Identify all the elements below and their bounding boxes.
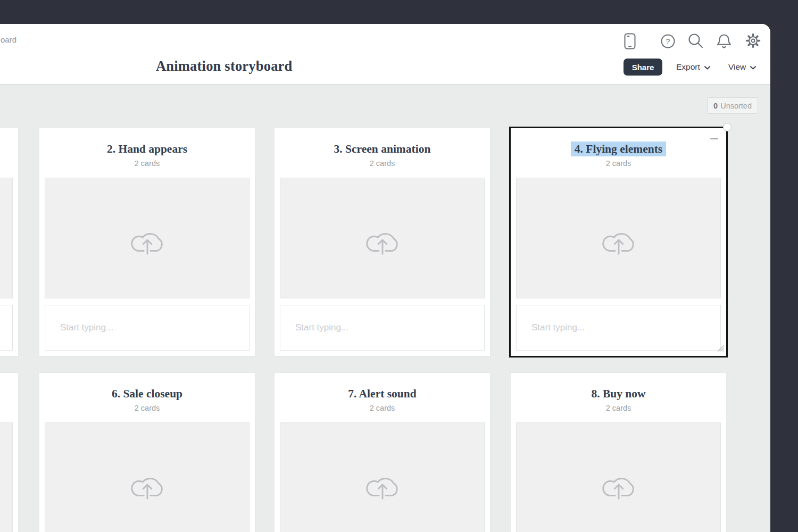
upload-drop-area[interactable]: [516, 178, 721, 298]
card-alert-sound[interactable]: 7. Alert sound 2 cards Start typing...: [275, 373, 490, 532]
resize-grip-icon[interactable]: [716, 344, 725, 354]
collapse-icon[interactable]: [710, 138, 718, 139]
card-title[interactable]: 3. Screen animation: [275, 142, 490, 156]
text-placeholder: Start typing...: [517, 322, 585, 333]
chevron-down-icon: [704, 62, 710, 72]
card-text-input[interactable]: Start typing...: [45, 305, 250, 351]
upload-cloud-icon: [597, 466, 641, 501]
card-count: 2 cards: [511, 159, 726, 168]
app-bar: oard Animation storyboard 12 ?: [0, 24, 770, 84]
card-count: 2 cards: [275, 159, 490, 168]
card-count: 2 cards: [275, 404, 490, 412]
chevron-down-icon: [750, 62, 756, 72]
unsorted-label: Unsorted: [720, 102, 752, 110]
selected-title-highlight: 4. Flying elements: [571, 142, 666, 156]
upload-drop-area[interactable]: [45, 178, 250, 298]
text-placeholder: Start typing...: [45, 322, 113, 333]
selection-corner-handle[interactable]: [723, 123, 732, 131]
view-label: View: [728, 62, 746, 72]
upload-drop-area[interactable]: [0, 178, 13, 298]
phone-icon[interactable]: [624, 33, 636, 49]
card-text-input[interactable]: Start typing...: [516, 305, 721, 351]
svg-text:?: ?: [666, 37, 670, 46]
upload-cloud-icon: [126, 221, 169, 256]
card-text-input[interactable]: [0, 305, 13, 351]
unsorted-badge[interactable]: 0 Unsorted: [707, 97, 758, 114]
upload-drop-area[interactable]: [280, 422, 485, 532]
gear-icon[interactable]: [745, 32, 761, 49]
card-hand-appears[interactable]: 2. Hand appears 2 cards Start typing...: [39, 128, 255, 356]
app-window: oard Animation storyboard 12 ?: [0, 24, 770, 532]
card-count: 2 cards: [39, 404, 255, 412]
upload-drop-area[interactable]: [45, 422, 250, 532]
card-buy-now[interactable]: 8. Buy now 2 cards Start typing...: [511, 373, 726, 532]
upload-cloud-icon: [126, 466, 169, 501]
card-sale-closeup[interactable]: 6. Sale closeup 2 cards Start typing...: [39, 373, 255, 532]
upload-drop-area[interactable]: [280, 178, 485, 298]
view-menu-button[interactable]: View: [728, 59, 756, 76]
bell-icon[interactable]: [717, 33, 732, 49]
breadcrumb[interactable]: oard: [1, 35, 16, 44]
card-title[interactable]: 7. Alert sound: [275, 387, 490, 401]
upload-cloud-icon: [361, 466, 404, 501]
upload-drop-area[interactable]: [516, 422, 721, 532]
search-icon[interactable]: [688, 33, 704, 49]
board-canvas[interactable]: 0 Unsorted 2. Hand appears 2 cards: [0, 84, 770, 532]
card-title[interactable]: 6. Sale closeup: [39, 387, 255, 401]
card-partial-5[interactable]: [0, 373, 18, 532]
card-screen-animation[interactable]: 3. Screen animation 2 cards Start typing…: [275, 128, 490, 356]
card-flying-elements-selected[interactable]: 4. Flying elements 2 cards Start typing.…: [511, 128, 726, 356]
card-text-input[interactable]: Start typing...: [280, 305, 485, 351]
text-placeholder: Start typing...: [280, 322, 348, 333]
card-partial-1[interactable]: [0, 128, 18, 356]
upload-drop-area[interactable]: [0, 422, 13, 532]
card-title[interactable]: 2. Hand appears: [39, 142, 255, 156]
share-button[interactable]: Share: [624, 59, 662, 76]
page-title: Animation storyboard: [156, 58, 293, 74]
export-menu-button[interactable]: Export: [676, 59, 710, 76]
card-title[interactable]: 8. Buy now: [511, 387, 726, 401]
card-count: 2 cards: [511, 404, 726, 412]
export-label: Export: [676, 62, 700, 72]
card-count: 2 cards: [39, 159, 255, 168]
upload-cloud-icon: [361, 221, 404, 256]
card-title[interactable]: 4. Flying elements: [511, 142, 726, 156]
unsorted-count: 0: [713, 102, 718, 110]
upload-cloud-icon: [597, 221, 641, 256]
help-icon[interactable]: ?: [661, 34, 675, 48]
